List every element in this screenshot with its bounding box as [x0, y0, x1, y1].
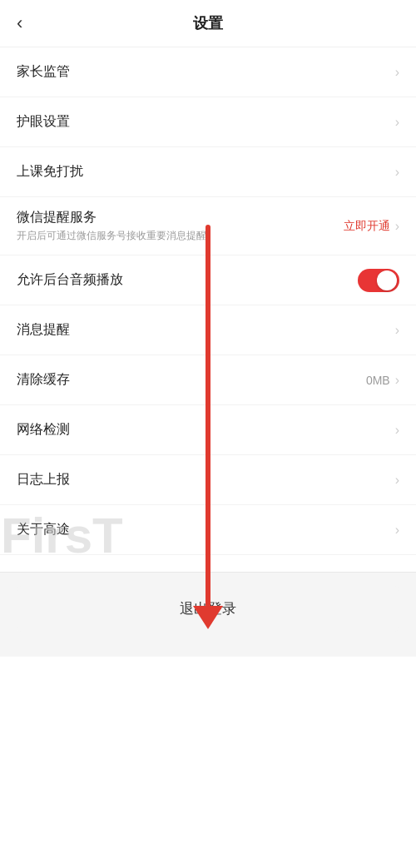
- chevron-icon: ›: [395, 523, 399, 538]
- settings-item-parental-control[interactable]: 家长监管 ›: [0, 47, 416, 97]
- about-label: 关于高途: [17, 521, 70, 538]
- settings-item-log-report[interactable]: 日志上报 ›: [0, 455, 416, 505]
- settings-item-background-audio[interactable]: 允许后台音频播放: [0, 255, 416, 305]
- log-report-label: 日志上报: [17, 471, 70, 489]
- network-check-label: 网络检测: [17, 421, 70, 439]
- wechat-reminder-label: 微信提醒服务: [17, 209, 206, 226]
- page-title: 设置: [193, 13, 223, 33]
- chevron-icon: ›: [395, 423, 399, 438]
- settings-item-network-check[interactable]: 网络检测 ›: [0, 405, 416, 455]
- chevron-icon: ›: [395, 373, 399, 388]
- message-reminder-label: 消息提醒: [17, 321, 70, 339]
- chevron-icon: ›: [395, 65, 399, 80]
- wechat-reminder-sublabel: 开启后可通过微信服务号接收重要消息提醒: [17, 229, 206, 243]
- settings-item-clear-cache[interactable]: 清除缓存 0MB ›: [0, 355, 416, 405]
- settings-item-eye-protection[interactable]: 护眼设置 ›: [0, 97, 416, 147]
- parental-control-label: 家长监管: [17, 63, 70, 81]
- background-audio-label: 允许后台音频播放: [17, 271, 123, 289]
- toggle-knob: [377, 270, 397, 290]
- cache-size-value: 0MB: [366, 374, 390, 387]
- clear-cache-label: 清除缓存: [17, 371, 70, 389]
- wechat-activate-link[interactable]: 立即开通: [344, 219, 390, 234]
- settings-item-message-reminder[interactable]: 消息提醒 ›: [0, 305, 416, 355]
- page-header: ‹ 设置: [0, 0, 416, 47]
- chevron-icon: ›: [395, 473, 399, 488]
- settings-list: 家长监管 › 护眼设置 › 上课免打扰 › 微信提醒服务 开启后可通过微信服务号…: [0, 47, 416, 555]
- chevron-icon: ›: [395, 323, 399, 338]
- background-audio-toggle[interactable]: [358, 269, 399, 292]
- settings-item-about[interactable]: 关于高途 ›: [0, 505, 416, 555]
- footer: 退出登录: [0, 572, 416, 657]
- chevron-icon: ›: [395, 115, 399, 130]
- back-button[interactable]: ‹: [17, 12, 22, 34]
- settings-item-wechat-reminder[interactable]: 微信提醒服务 开启后可通过微信服务号接收重要消息提醒 立即开通 ›: [0, 197, 416, 255]
- chevron-icon: ›: [395, 219, 399, 234]
- class-dnd-label: 上课免打扰: [17, 163, 83, 181]
- chevron-icon: ›: [395, 165, 399, 180]
- settings-item-class-dnd[interactable]: 上课免打扰 ›: [0, 147, 416, 197]
- eye-protection-label: 护眼设置: [17, 113, 70, 131]
- logout-button[interactable]: 退出登录: [17, 586, 399, 632]
